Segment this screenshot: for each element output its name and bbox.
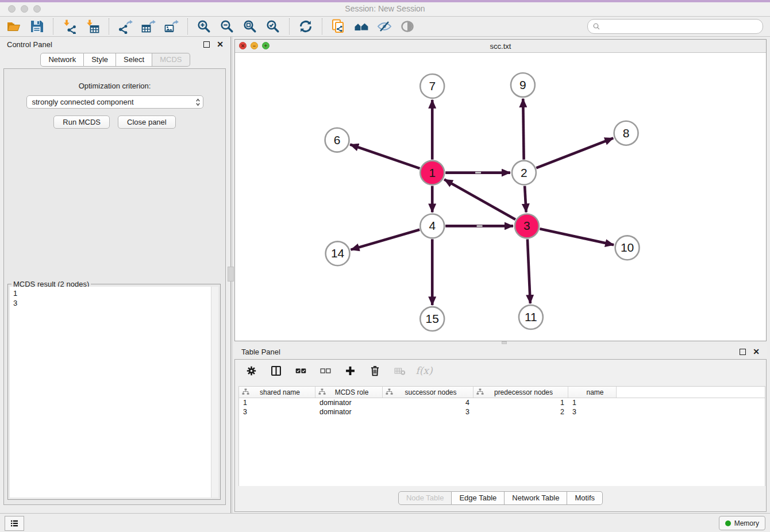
vertical-splitter-handle[interactable]: [228, 267, 234, 282]
tab-motifs[interactable]: Motifs: [567, 491, 603, 505]
hide-panels-icon[interactable]: [375, 18, 394, 35]
clone-network-icon[interactable]: [329, 18, 348, 35]
export-network-icon[interactable]: [116, 18, 134, 35]
node-label-7: 7: [429, 79, 436, 92]
cell-predecessor-nodes[interactable]: 1: [473, 398, 568, 407]
export-image-icon[interactable]: [162, 18, 180, 35]
column-header-predecessor-nodes[interactable]: predecessor nodes: [473, 387, 568, 398]
edge-2-3[interactable]: [525, 186, 526, 213]
close-panel-button[interactable]: Close panel: [118, 115, 176, 129]
export-table-icon[interactable]: [139, 18, 157, 35]
node-label-11: 11: [525, 310, 537, 323]
cell-predecessor-nodes[interactable]: 2: [473, 407, 568, 417]
node-label-4: 4: [429, 219, 436, 232]
unselect-all-columns-icon[interactable]: [318, 364, 332, 377]
criterion-select[interactable]: strongly connected component: [26, 95, 203, 109]
network-canvas[interactable]: 1234678910111415: [235, 53, 766, 341]
cell-MCDS-role[interactable]: dominator: [315, 407, 383, 417]
edge-3-10[interactable]: [540, 229, 614, 245]
network-home-icon[interactable]: [352, 18, 371, 35]
add-column-icon[interactable]: [343, 364, 357, 377]
delete-columns-icon[interactable]: [368, 364, 382, 377]
edge-2-9[interactable]: [523, 99, 523, 160]
control-panel-close-button[interactable]: ✕: [217, 40, 224, 48]
edge-3-11[interactable]: [528, 239, 530, 303]
control-panel-tabs: NetworkStyleSelectMCDS: [0, 53, 230, 67]
control-panel-float-button[interactable]: [203, 41, 210, 48]
task-history-button[interactable]: [5, 516, 24, 531]
edge-2-8[interactable]: [536, 138, 613, 168]
table-panel: Table Panel ✕ f(x) shared nameMCDS roles…: [234, 344, 767, 512]
toolbar-separator: [322, 18, 322, 34]
control-tab-select[interactable]: Select: [116, 53, 152, 67]
window-top-strip: [0, 0, 770, 2]
edge-label-mark: [475, 172, 481, 174]
tab-network-table[interactable]: Network Table: [505, 491, 567, 505]
delete-table-icon: [392, 364, 406, 377]
table-settings-icon[interactable]: [244, 364, 258, 377]
table-panel-float-button[interactable]: [740, 349, 746, 355]
node-label-3: 3: [523, 219, 530, 232]
cell-shared-name[interactable]: 3: [239, 407, 315, 417]
cell-shared-name[interactable]: 1: [239, 398, 315, 407]
task-list-icon: [9, 518, 20, 529]
table-panel-title: Table Panel: [241, 348, 740, 356]
zoom-selected-icon[interactable]: [264, 18, 282, 35]
criterion-select-value: strongly connected component: [32, 98, 195, 106]
run-mcds-button[interactable]: Run MCDS: [53, 115, 110, 129]
cell-name[interactable]: 3: [568, 407, 617, 417]
node-label-8: 8: [623, 126, 630, 140]
network-graph[interactable]: 1234678910111415: [235, 53, 766, 341]
table-row[interactable]: 3dominator323: [239, 407, 765, 417]
node-label-14: 14: [331, 246, 345, 260]
zoom-in-icon[interactable]: [195, 18, 213, 35]
network-title: scc.txt: [235, 42, 766, 51]
edge-1-6[interactable]: [350, 144, 419, 168]
main-toolbar: [0, 17, 770, 37]
import-table-icon[interactable]: [83, 18, 102, 35]
node-label-10: 10: [621, 241, 634, 254]
node-label-1: 1: [429, 166, 436, 179]
tab-edge-table[interactable]: Edge Table: [452, 491, 505, 505]
vertical-splitter[interactable]: [230, 37, 233, 513]
network-minimize-button[interactable]: −: [251, 42, 258, 49]
open-session-icon[interactable]: [5, 18, 23, 35]
refresh-layout-icon[interactable]: [297, 18, 315, 35]
network-close-button[interactable]: ✕: [239, 42, 247, 49]
network-maximize-button[interactable]: +: [262, 42, 270, 49]
column-header-name[interactable]: name: [568, 387, 617, 398]
cell-successor-nodes[interactable]: 3: [383, 407, 473, 417]
main-area: Control Panel ✕ NetworkStyleSelectMCDS O…: [0, 37, 770, 513]
toolbar-separator: [187, 18, 188, 34]
column-header-shared-name[interactable]: shared name: [239, 387, 315, 398]
show-columns-icon[interactable]: [269, 364, 283, 377]
column-header-successor-nodes[interactable]: successor nodes: [383, 387, 473, 398]
import-network-icon[interactable]: [60, 18, 79, 35]
memory-label: Memory: [734, 519, 759, 527]
memory-button[interactable]: Memory: [719, 516, 765, 530]
search-input[interactable]: [604, 22, 758, 31]
node-table-body: 1dominator4113dominator323: [239, 398, 765, 417]
column-header-MCDS-role[interactable]: MCDS role: [315, 387, 383, 398]
cell-successor-nodes[interactable]: 4: [383, 398, 473, 407]
table-row[interactable]: 1dominator411: [239, 398, 765, 407]
network-window-titlebar: ✕ − + scc.txt: [235, 40, 766, 53]
table-panel-close-button[interactable]: ✕: [753, 348, 760, 356]
edge-3-1[interactable]: [444, 179, 515, 219]
zoom-out-icon[interactable]: [218, 18, 236, 35]
cell-name[interactable]: 1: [568, 398, 617, 407]
search-box[interactable]: [587, 19, 763, 34]
select-all-columns-icon[interactable]: [294, 364, 307, 377]
control-tab-network[interactable]: Network: [40, 53, 84, 67]
select-arrows-icon: [195, 98, 201, 107]
mcds-result-text[interactable]: 1 3: [10, 287, 211, 498]
control-tab-mcds[interactable]: MCDS: [152, 53, 190, 67]
save-session-icon[interactable]: [28, 18, 46, 35]
cell-MCDS-role[interactable]: dominator: [315, 398, 383, 407]
edge-label-mark: [477, 225, 483, 227]
zoom-fit-icon[interactable]: [241, 18, 259, 35]
tab-node-table[interactable]: Node Table: [398, 491, 452, 505]
edge-4-14[interactable]: [351, 230, 420, 250]
control-tab-style[interactable]: Style: [84, 53, 116, 67]
mcds-result-scrollbar[interactable]: [211, 287, 218, 498]
